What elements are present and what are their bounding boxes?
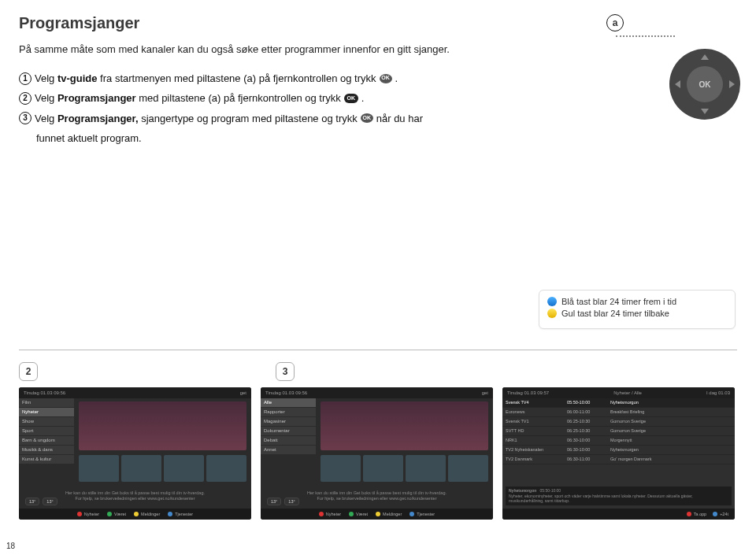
epg-time: 06:30-10:00 <box>564 436 607 446</box>
bottom-chip: Nyheter <box>77 512 99 516</box>
page-number: 18 <box>6 542 15 550</box>
intro-text: På samme måte som med kanaler kan du ogs… <box>19 43 737 55</box>
sidebar-item: Dokumentar <box>261 427 316 436</box>
steps-list: 1 Velg tv-guide fra startmenyen med pilt… <box>19 69 737 148</box>
sidebar-item: Alle <box>261 398 316 408</box>
bottombar: NyheterVæretMeldingerTjenester <box>261 509 493 520</box>
sidebar-item: Annet <box>261 446 316 455</box>
sidebar-item: Barn & ungdom <box>19 436 74 446</box>
bottom-chip: Meldinger <box>134 512 160 516</box>
genre-sidebar: FilmNyheterShowSportBarn & ungdomMusikk … <box>19 398 74 464</box>
epg-channel: NRK1 <box>502 436 564 446</box>
weather-chips: 13° 13° <box>25 498 57 505</box>
epg-program: Nyhetsmorgen <box>607 446 735 455</box>
sidebar-item: Film <box>19 398 74 408</box>
step-num-2: 2 <box>19 92 32 105</box>
epg-time: 06:30-10:00 <box>564 446 607 455</box>
step-3: 3 Velg Programsjanger, sjangertype og pr… <box>19 109 737 128</box>
divider <box>19 350 737 350</box>
ok-icon: OK <box>380 74 392 83</box>
dpad-remote: OK <box>669 49 740 120</box>
epg-time: 05:50-10:00 <box>564 398 607 408</box>
legend-box: Blå tast blar 24 timer frem i tid Gul ta… <box>539 290 736 329</box>
weather-chip: 13° <box>267 498 281 505</box>
epg-program: Nyhetsmorgon <box>607 398 735 408</box>
screenshot-3: Tirsdag 01.03 09:57 Nyheter / Alle I dag… <box>502 387 735 520</box>
bottom-chip: Meldinger <box>376 512 402 516</box>
step-num-3: 3 <box>19 112 32 124</box>
legend-yellow: Gul tast blar 24 timer tilbake <box>547 309 727 318</box>
help-text: Her kan du stille inn din Get boks til å… <box>27 490 243 502</box>
bottom-chip: Været <box>107 512 126 516</box>
epg-channel: Svensk TV1 <box>502 417 564 427</box>
epg-time: 06:25-10:30 <box>564 427 607 436</box>
topbar: Tirsdag 01.03 09:56get <box>19 387 251 398</box>
epg-time: 06:25-10:30 <box>564 417 607 427</box>
sidebar-item: Nyheter <box>19 408 74 417</box>
remote-diagram: a OK <box>606 14 740 31</box>
epg-time: 06:30-11:00 <box>564 455 607 464</box>
epg-time: 06:00-11:00 <box>564 408 607 417</box>
blue-dot-icon <box>547 297 557 306</box>
bottombar: Ta opp +24t <box>502 509 735 520</box>
epg-channel: Svensk TV4 <box>502 398 564 408</box>
sidebar-item: Musikk & dans <box>19 446 74 455</box>
bottombar: NyheterVæretMeldingerTjenester <box>19 509 251 520</box>
sidebar-item: Sport <box>19 427 74 436</box>
step-1: 1 Velg tv-guide fra startmenyen med pilt… <box>19 69 737 87</box>
promo-thumbs <box>321 455 488 482</box>
epg-program: Breakfast Briefing <box>607 408 735 417</box>
epg-channel: TV2 Danmark <box>502 455 564 464</box>
step-3-line2: funnet aktuelt program. <box>36 129 737 147</box>
weather-chip: 13° <box>43 498 57 505</box>
screenshot-label-2: 2 <box>19 362 38 381</box>
weather-chip: 13° <box>284 498 298 505</box>
bottom-chip: Nyheter <box>319 512 341 516</box>
promo-thumbs <box>79 455 246 482</box>
bottom-chip: Været <box>349 512 368 516</box>
epg-program: Morgennytt <box>607 436 735 446</box>
legend-blue: Blå tast blar 24 timer frem i tid <box>547 297 727 306</box>
promo-banner <box>79 401 246 450</box>
epg-program: Go' morgen Danmark <box>607 455 735 464</box>
dotted-connector <box>616 35 675 37</box>
arrow-up-icon <box>701 54 709 60</box>
sidebar-item: Rapporter <box>261 408 316 417</box>
step-text: Velg tv-guide fra startmenyen med piltas… <box>35 69 376 87</box>
step-text: Velg Programsjanger med piltastene (a) p… <box>35 89 341 107</box>
sidebar-item: Kunst & kultur <box>19 455 74 464</box>
ok-icon: OK <box>361 113 373 123</box>
step-after: . <box>361 89 365 107</box>
epg-channel: SVTT HD <box>502 427 564 436</box>
subgenre-sidebar: AlleRapporterMagasinerDokumentarDebattAn… <box>261 398 316 455</box>
help-text: Her kan du stille inn din Get boks til å… <box>269 490 485 502</box>
ok-icon: OK <box>344 94 358 103</box>
epg-channel: TV2 Nyhetskanalen <box>502 446 564 455</box>
screenshot-2a: Tirsdag 01.03 09:56get FilmNyheterShowSp… <box>19 387 251 520</box>
step-after: når du har <box>376 109 423 128</box>
bottom-chip: Tjenester <box>168 512 193 516</box>
ok-button: OK <box>687 66 723 102</box>
screenshots-row: Tirsdag 01.03 09:56get FilmNyheterShowSp… <box>19 387 737 520</box>
promo-banner <box>321 401 488 450</box>
forward-chip: +24t <box>713 512 728 516</box>
topbar: Tirsdag 01.03 09:57 Nyheter / Alle I dag… <box>502 387 735 398</box>
topbar: Tirsdag 01.03 09:56get <box>261 387 493 398</box>
epg-program: Gomorron Sverige <box>607 417 735 427</box>
bottom-chip: Tjenester <box>410 512 435 516</box>
arrow-right-icon <box>729 80 735 88</box>
sidebar-item: Debatt <box>261 436 316 446</box>
step-2: 2 Velg Programsjanger med piltastene (a)… <box>19 89 737 107</box>
arrow-left-icon <box>675 80 680 88</box>
sidebar-item: Show <box>19 417 74 427</box>
yellow-dot-icon <box>547 309 557 318</box>
weather-chips: 13° 13° <box>267 498 299 505</box>
sidebar-item: Magasiner <box>261 417 316 427</box>
step-text: Velg Programsjanger, sjangertype og prog… <box>35 109 358 128</box>
arrow-down-icon <box>701 109 709 114</box>
a-marker: a <box>606 14 624 31</box>
screenshot-label-3: 3 <box>276 362 295 381</box>
weather-chip: 13° <box>25 498 39 505</box>
epg-program: Gomorron Sverige <box>607 427 735 436</box>
program-description: Nyhetsmorgon 05:50-10:00 Nyheter, ekonom… <box>506 487 732 505</box>
